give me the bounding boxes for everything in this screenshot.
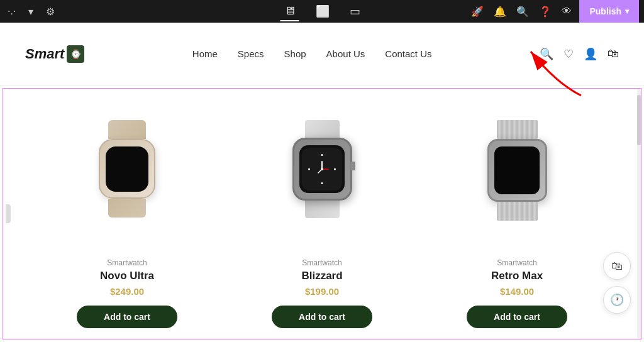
- floating-cart-button[interactable]: 🛍: [603, 252, 631, 280]
- product-card-blizzard: Smartwatch Blizzard $199.00 Add to cart: [234, 108, 410, 328]
- watch-crown: [350, 162, 355, 170]
- add-to-cart-2[interactable]: Add to cart: [467, 306, 567, 328]
- toolbar-center: 🖥 ⬜ ▭: [280, 2, 364, 21]
- strap-top: [497, 120, 538, 139]
- add-to-cart-1[interactable]: Add to cart: [272, 306, 372, 328]
- product-card-novo: Smartwatch Novo Ultra $249.00 Add to car…: [39, 108, 215, 328]
- notification-icon[interactable]: 🔔: [491, 3, 509, 20]
- watch-screen: [494, 146, 540, 194]
- main-content: Smartwatch Novo Ultra $249.00 Add to car…: [3, 88, 641, 339]
- floating-history-button[interactable]: 🕐: [603, 286, 631, 314]
- clock-face: [302, 148, 342, 190]
- rocket-icon[interactable]: 🚀: [469, 3, 486, 20]
- strap-bottom: [305, 201, 340, 218]
- product-name-0: Novo Ultra: [100, 270, 154, 282]
- settings-icon[interactable]: ⚙: [43, 3, 57, 20]
- scrollbar[interactable]: [637, 89, 641, 339]
- add-to-cart-0[interactable]: Add to cart: [77, 306, 177, 328]
- tablet-view-icon[interactable]: ⬜: [312, 2, 333, 21]
- products-grid: Smartwatch Novo Ultra $249.00 Add to car…: [22, 108, 622, 328]
- strap-top: [305, 120, 340, 138]
- product-price-2: $149.00: [500, 286, 534, 297]
- nav-search-icon[interactable]: 🔍: [540, 47, 553, 61]
- toolbar: ·.· ▾ ⚙ 🖥 ⬜ ▭ 🚀 🔔 🔍 ❓ 👁 Publish ▾: [0, 0, 644, 23]
- nav-home[interactable]: Home: [192, 48, 218, 59]
- svg-point-4: [321, 168, 323, 170]
- nav-heart-icon[interactable]: ♡: [564, 47, 574, 61]
- product-price-1: $199.00: [305, 286, 339, 297]
- publish-label: Publish: [589, 6, 621, 16]
- website-canvas: Smart ⌚ Home Specs Shop About Us Contact…: [0, 23, 644, 342]
- publish-chevron-icon: ▾: [625, 7, 629, 16]
- product-category-1: Smartwatch: [302, 258, 341, 267]
- preview-icon[interactable]: 👁: [559, 3, 574, 19]
- product-category-0: Smartwatch: [107, 258, 147, 267]
- watch-retro-image: [473, 120, 561, 233]
- product-card-retro: Smartwatch Retro Max $149.00 Add to cart: [429, 108, 605, 328]
- strap-bottom: [108, 199, 146, 218]
- logo-icon: ⌚: [67, 45, 84, 63]
- nav-specs[interactable]: Specs: [238, 48, 264, 59]
- watch-body: [99, 139, 155, 199]
- product-name-2: Retro Max: [491, 270, 543, 282]
- nav-cart-icon[interactable]: 🛍: [608, 47, 619, 60]
- product-image-blizzard: [253, 108, 391, 246]
- desktop-view-icon[interactable]: 🖥: [280, 2, 299, 21]
- clock-mark: [321, 154, 323, 156]
- search-icon[interactable]: 🔍: [514, 3, 531, 20]
- logo-text: Smart: [25, 46, 64, 62]
- left-edge-tab[interactable]: [6, 204, 11, 223]
- product-price-0: $249.00: [110, 286, 144, 297]
- product-image-retro: [448, 108, 586, 246]
- toolbar-left: ·.· ▾ ⚙: [5, 3, 57, 20]
- watch-screen: [299, 145, 345, 193]
- product-image-novo: [58, 108, 196, 246]
- strap-top: [108, 120, 146, 139]
- nav-links: Home Specs Shop About Us Contact Us: [192, 48, 432, 59]
- watch-screen: [106, 146, 148, 192]
- watch-body: [292, 138, 352, 201]
- site-logo[interactable]: Smart ⌚: [25, 45, 84, 63]
- dots-menu[interactable]: ·.·: [5, 3, 18, 19]
- product-category-2: Smartwatch: [497, 258, 536, 267]
- nav-user-icon[interactable]: 👤: [584, 47, 597, 61]
- nav-contact[interactable]: Contact Us: [385, 48, 431, 59]
- toolbar-dropdown[interactable]: ▾: [26, 3, 36, 20]
- nav-about[interactable]: About Us: [326, 48, 365, 59]
- mobile-view-icon[interactable]: ▭: [346, 2, 364, 21]
- product-name-1: Blizzard: [301, 270, 342, 282]
- publish-button[interactable]: Publish ▾: [579, 0, 639, 23]
- nav-shop[interactable]: Shop: [284, 48, 306, 59]
- watch-novo-image: [83, 120, 171, 233]
- watch-blizzard-image: [278, 120, 366, 233]
- clock-mark: [321, 182, 323, 184]
- nav-icons: 🔍 ♡ 👤 🛍: [540, 47, 619, 61]
- floating-buttons: 🛍 🕐: [603, 252, 631, 314]
- watch-body: [487, 139, 547, 202]
- site-nav: Smart ⌚ Home Specs Shop About Us Contact…: [0, 23, 644, 86]
- toolbar-right: 🚀 🔔 🔍 ❓ 👁 Publish ▾: [469, 0, 639, 23]
- help-icon[interactable]: ❓: [536, 3, 554, 20]
- scrollbar-thumb[interactable]: [637, 95, 641, 145]
- strap-bottom: [497, 202, 538, 221]
